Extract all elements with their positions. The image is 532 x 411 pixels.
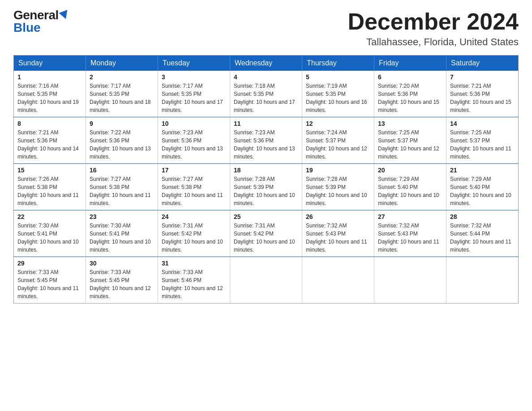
day-number: 30 (90, 260, 154, 267)
table-row: 20 Sunrise: 7:29 AM Sunset: 5:40 PM Dayl… (374, 164, 446, 210)
table-row: 8 Sunrise: 7:21 AM Sunset: 5:36 PM Dayli… (14, 117, 86, 164)
day-number: 17 (162, 167, 226, 174)
header-saturday: Saturday (446, 56, 519, 71)
day-number: 5 (306, 73, 370, 81)
day-info: Sunrise: 7:29 AM Sunset: 5:40 PM Dayligh… (450, 175, 515, 207)
day-info: Sunrise: 7:31 AM Sunset: 5:42 PM Dayligh… (234, 222, 298, 254)
day-number: 31 (162, 260, 226, 267)
table-row: 1 Sunrise: 7:16 AM Sunset: 5:35 PM Dayli… (14, 71, 86, 117)
day-number: 28 (450, 213, 515, 220)
day-info: Sunrise: 7:19 AM Sunset: 5:35 PM Dayligh… (306, 82, 370, 114)
day-info: Sunrise: 7:31 AM Sunset: 5:42 PM Dayligh… (162, 222, 226, 254)
day-number: 4 (234, 73, 298, 81)
day-number: 9 (90, 120, 154, 127)
day-info: Sunrise: 7:29 AM Sunset: 5:40 PM Dayligh… (378, 175, 442, 207)
day-number: 11 (234, 120, 298, 127)
header-sunday: Sunday (14, 56, 86, 71)
table-row: 18 Sunrise: 7:28 AM Sunset: 5:39 PM Dayl… (230, 164, 302, 210)
day-number: 23 (90, 213, 154, 220)
table-row: 25 Sunrise: 7:31 AM Sunset: 5:42 PM Dayl… (230, 210, 302, 257)
table-row: 10 Sunrise: 7:23 AM Sunset: 5:36 PM Dayl… (158, 117, 230, 164)
day-info: Sunrise: 7:32 AM Sunset: 5:44 PM Dayligh… (450, 222, 515, 254)
day-number: 19 (306, 167, 370, 174)
day-info: Sunrise: 7:25 AM Sunset: 5:37 PM Dayligh… (450, 128, 515, 161)
day-info: Sunrise: 7:30 AM Sunset: 5:41 PM Dayligh… (17, 222, 82, 254)
table-row: 28 Sunrise: 7:32 AM Sunset: 5:44 PM Dayl… (446, 210, 519, 257)
table-row: 27 Sunrise: 7:32 AM Sunset: 5:43 PM Dayl… (374, 210, 446, 257)
day-number: 1 (17, 73, 82, 81)
day-number: 13 (378, 120, 442, 127)
day-info: Sunrise: 7:33 AM Sunset: 5:45 PM Dayligh… (90, 268, 154, 300)
logo: General Blue (13, 9, 69, 34)
day-info: Sunrise: 7:25 AM Sunset: 5:37 PM Dayligh… (378, 128, 442, 161)
calendar-week-row: 1 Sunrise: 7:16 AM Sunset: 5:35 PM Dayli… (14, 71, 519, 117)
calendar-title: December 2024 (348, 9, 519, 34)
day-info: Sunrise: 7:32 AM Sunset: 5:43 PM Dayligh… (306, 222, 370, 254)
day-info: Sunrise: 7:23 AM Sunset: 5:36 PM Dayligh… (234, 128, 298, 161)
table-row: 4 Sunrise: 7:18 AM Sunset: 5:35 PM Dayli… (230, 71, 302, 117)
day-info: Sunrise: 7:27 AM Sunset: 5:38 PM Dayligh… (90, 175, 154, 207)
calendar-week-row: 15 Sunrise: 7:26 AM Sunset: 5:38 PM Dayl… (14, 164, 519, 210)
table-row: 12 Sunrise: 7:24 AM Sunset: 5:37 PM Dayl… (302, 117, 374, 164)
table-row: 16 Sunrise: 7:27 AM Sunset: 5:38 PM Dayl… (86, 164, 158, 210)
day-info: Sunrise: 7:18 AM Sunset: 5:35 PM Dayligh… (234, 82, 298, 114)
day-number: 15 (17, 167, 82, 174)
day-info: Sunrise: 7:30 AM Sunset: 5:41 PM Dayligh… (90, 222, 154, 254)
day-number: 2 (90, 73, 154, 81)
day-info: Sunrise: 7:16 AM Sunset: 5:35 PM Dayligh… (17, 82, 82, 114)
header-friday: Friday (374, 56, 446, 71)
day-number: 16 (90, 167, 154, 174)
table-row: 11 Sunrise: 7:23 AM Sunset: 5:36 PM Dayl… (230, 117, 302, 164)
day-number: 25 (234, 213, 298, 220)
table-row: 15 Sunrise: 7:26 AM Sunset: 5:38 PM Dayl… (14, 164, 86, 210)
table-row: 24 Sunrise: 7:31 AM Sunset: 5:42 PM Dayl… (158, 210, 230, 257)
day-info: Sunrise: 7:28 AM Sunset: 5:39 PM Dayligh… (234, 175, 298, 207)
header-wednesday: Wednesday (230, 56, 302, 71)
day-info: Sunrise: 7:20 AM Sunset: 5:36 PM Dayligh… (378, 82, 442, 114)
day-info: Sunrise: 7:33 AM Sunset: 5:46 PM Dayligh… (162, 268, 226, 300)
day-info: Sunrise: 7:24 AM Sunset: 5:37 PM Dayligh… (306, 128, 370, 161)
table-row (374, 257, 446, 304)
day-number: 14 (450, 120, 515, 127)
day-info: Sunrise: 7:23 AM Sunset: 5:36 PM Dayligh… (162, 128, 226, 161)
table-row: 21 Sunrise: 7:29 AM Sunset: 5:40 PM Dayl… (446, 164, 519, 210)
header-tuesday: Tuesday (158, 56, 230, 71)
day-number: 27 (378, 213, 442, 220)
table-row: 5 Sunrise: 7:19 AM Sunset: 5:35 PM Dayli… (302, 71, 374, 117)
day-number: 8 (17, 120, 82, 127)
title-area: December 2024 Tallahassee, Florida, Unit… (348, 9, 519, 48)
table-row: 7 Sunrise: 7:21 AM Sunset: 5:36 PM Dayli… (446, 71, 519, 117)
table-row: 14 Sunrise: 7:25 AM Sunset: 5:37 PM Dayl… (446, 117, 519, 164)
day-number: 22 (17, 213, 82, 220)
day-info: Sunrise: 7:32 AM Sunset: 5:43 PM Dayligh… (378, 222, 442, 254)
day-info: Sunrise: 7:17 AM Sunset: 5:35 PM Dayligh… (162, 82, 226, 114)
logo-general-text: General (13, 9, 69, 21)
table-row: 19 Sunrise: 7:28 AM Sunset: 5:39 PM Dayl… (302, 164, 374, 210)
day-number: 3 (162, 73, 226, 81)
day-info: Sunrise: 7:21 AM Sunset: 5:36 PM Dayligh… (450, 82, 515, 114)
calendar-subtitle: Tallahassee, Florida, United States (348, 36, 519, 48)
day-number: 7 (450, 73, 515, 81)
table-row: 3 Sunrise: 7:17 AM Sunset: 5:35 PM Dayli… (158, 71, 230, 117)
table-row: 29 Sunrise: 7:33 AM Sunset: 5:45 PM Dayl… (14, 257, 86, 304)
table-row: 9 Sunrise: 7:22 AM Sunset: 5:36 PM Dayli… (86, 117, 158, 164)
calendar-table: Sunday Monday Tuesday Wednesday Thursday… (13, 55, 519, 304)
day-number: 21 (450, 167, 515, 174)
logo-blue-text: Blue (13, 21, 41, 34)
day-number: 18 (234, 167, 298, 174)
table-row: 23 Sunrise: 7:30 AM Sunset: 5:41 PM Dayl… (86, 210, 158, 257)
table-row: 6 Sunrise: 7:20 AM Sunset: 5:36 PM Dayli… (374, 71, 446, 117)
calendar-week-row: 29 Sunrise: 7:33 AM Sunset: 5:45 PM Dayl… (14, 257, 519, 304)
table-row (302, 257, 374, 304)
day-info: Sunrise: 7:21 AM Sunset: 5:36 PM Dayligh… (17, 128, 82, 161)
day-info: Sunrise: 7:22 AM Sunset: 5:36 PM Dayligh… (90, 128, 154, 161)
day-number: 6 (378, 73, 442, 81)
days-header-row: Sunday Monday Tuesday Wednesday Thursday… (14, 56, 519, 71)
day-info: Sunrise: 7:26 AM Sunset: 5:38 PM Dayligh… (17, 175, 82, 207)
day-number: 20 (378, 167, 442, 174)
logo-triangle-icon (59, 10, 70, 21)
table-row: 13 Sunrise: 7:25 AM Sunset: 5:37 PM Dayl… (374, 117, 446, 164)
day-number: 26 (306, 213, 370, 220)
table-row: 22 Sunrise: 7:30 AM Sunset: 5:41 PM Dayl… (14, 210, 86, 257)
header-monday: Monday (86, 56, 158, 71)
